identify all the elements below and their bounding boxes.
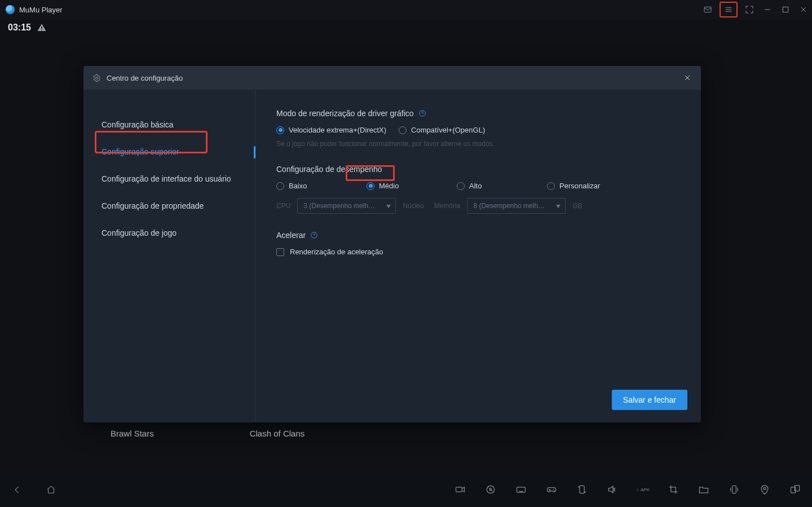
apk-install-button[interactable]: APK xyxy=(636,483,650,496)
svg-rect-9 xyxy=(456,487,462,492)
menu-button-highlighted[interactable] xyxy=(720,2,738,17)
svg-rect-0 xyxy=(704,7,711,12)
tile-label-brawl[interactable]: Brawl Stars xyxy=(111,429,154,438)
svg-point-18 xyxy=(764,487,766,490)
svg-point-13 xyxy=(553,489,554,490)
close-icon[interactable] xyxy=(798,5,809,15)
titlebar: MuMu Player xyxy=(0,0,812,19)
radio-opengl[interactable]: Compatível+(OpenGL) xyxy=(399,126,485,134)
memory-gb-label: GB xyxy=(572,202,582,210)
svg-rect-15 xyxy=(580,486,584,493)
checkbox-accel-render[interactable]: Renderização de aceleração xyxy=(276,248,681,256)
svg-rect-3 xyxy=(41,29,42,30)
svg-rect-2 xyxy=(41,27,42,29)
minimize-icon[interactable] xyxy=(762,5,773,15)
cpu-select-text: 3 (Desempenho melh… xyxy=(303,202,375,210)
radio-label: Velocidade extrema+(DirectX) xyxy=(289,126,386,134)
sidebar-item-label: Configuração de propriedade xyxy=(102,201,204,210)
sidebar-item-label: Configuração de jogo xyxy=(102,228,176,237)
home-icon[interactable] xyxy=(44,483,58,496)
svg-point-14 xyxy=(554,490,555,491)
gear-icon xyxy=(92,74,101,82)
app-logo-icon xyxy=(6,5,15,14)
sidebar-item-game[interactable]: Configuração de jogo xyxy=(83,219,255,246)
multi-instance-icon[interactable] xyxy=(788,483,802,496)
dialog-close-button[interactable] xyxy=(683,73,692,82)
svg-point-8 xyxy=(314,236,315,237)
app-title: MuMu Player xyxy=(19,6,63,14)
maximize-icon[interactable] xyxy=(780,5,791,15)
shake-icon[interactable] xyxy=(727,483,741,496)
location-icon[interactable] xyxy=(758,483,771,496)
volume-icon[interactable] xyxy=(606,483,619,496)
sidebar-item-property[interactable]: Configuração de propriedade xyxy=(83,192,255,219)
render-section-title: Modo de renderização de driver gráfico xyxy=(276,109,414,118)
clock-time: 03:15 xyxy=(8,23,31,33)
radio-low[interactable]: Baixo xyxy=(276,182,316,190)
keyboard-icon[interactable] xyxy=(514,483,528,496)
help-icon[interactable] xyxy=(310,231,318,239)
mail-icon[interactable] xyxy=(703,5,713,15)
dialog-main-panel: Modo de renderização de driver gráfico V… xyxy=(256,90,701,422)
svg-rect-1 xyxy=(783,7,788,12)
tile-label-clash[interactable]: Clash of Clans xyxy=(250,429,305,438)
dialog-header: Centro de configuração xyxy=(83,66,701,90)
render-hint: Se o jogo não puder funcionar normalment… xyxy=(276,140,681,148)
warning-icon[interactable] xyxy=(37,23,47,33)
hamburger-icon xyxy=(723,5,734,15)
sidebar-item-label: Configuração superior xyxy=(102,147,179,156)
checkbox-label: Renderização de aceleração xyxy=(290,248,383,256)
section-render-mode: Modo de renderização de driver gráfico V… xyxy=(276,109,681,148)
cpu-select[interactable]: 3 (Desempenho melh… xyxy=(297,198,396,214)
performance-section-title: Configuração de desempenho xyxy=(276,165,382,174)
section-accelerate: Acelerar Renderização de aceleração xyxy=(276,231,681,256)
help-icon[interactable] xyxy=(418,109,426,117)
memory-select-text: 8 (Desempenho melh… xyxy=(473,202,545,210)
radio-label: Personalizar xyxy=(559,182,600,190)
radio-label: Compatível+(OpenGL) xyxy=(411,126,485,134)
sidebar-item-label: Configuração básica xyxy=(102,120,174,129)
screenshot-icon[interactable] xyxy=(667,483,680,496)
radio-label: Baixo xyxy=(289,182,307,190)
svg-point-6 xyxy=(422,114,422,115)
operation-record-icon[interactable] xyxy=(484,483,497,496)
rotate-icon[interactable] xyxy=(575,483,589,496)
radio-directx[interactable]: Velocidade extrema+(DirectX) xyxy=(276,126,386,134)
back-icon[interactable] xyxy=(10,483,24,496)
radio-high[interactable]: Alto xyxy=(457,182,496,190)
svg-rect-16 xyxy=(671,487,676,492)
radio-custom[interactable]: Personalizar xyxy=(547,182,600,190)
checkbox-box xyxy=(276,248,284,256)
accelerate-section-title: Acelerar xyxy=(276,231,306,240)
memory-select[interactable]: 8 (Desempenho melh… xyxy=(467,198,566,214)
radio-medium[interactable]: Médio xyxy=(367,182,406,190)
settings-dialog: Centro de configuração Configuração bási… xyxy=(83,66,701,422)
expand-icon[interactable] xyxy=(744,5,754,15)
folder-icon[interactable] xyxy=(697,483,710,496)
gamepad-icon[interactable] xyxy=(545,483,558,496)
sidebar-item-label: Configuração de interface do usuário xyxy=(102,174,231,183)
sidebar-item-advanced[interactable]: Configuração superior xyxy=(83,138,255,165)
cpu-core-label: Núcleo xyxy=(403,202,423,210)
bottom-toolbar: APK xyxy=(0,472,812,507)
svg-rect-17 xyxy=(732,486,736,493)
record-icon[interactable] xyxy=(453,483,467,496)
dialog-sidebar: Configuração básica Configuração superio… xyxy=(83,90,256,422)
sidebar-item-ui[interactable]: Configuração de interface do usuário xyxy=(83,165,255,192)
radio-label: Alto xyxy=(469,182,482,190)
section-performance: Configuração de desempenho Baixo Médio A… xyxy=(276,165,681,214)
sidebar-item-basic[interactable]: Configuração básica xyxy=(83,111,255,138)
radio-label: Médio xyxy=(379,182,399,190)
dialog-title: Centro de configuração xyxy=(107,74,183,82)
save-button[interactable]: Salvar e fechar xyxy=(612,390,687,410)
status-bar: 03:15 xyxy=(8,23,47,33)
svg-point-4 xyxy=(96,77,98,79)
cpu-label: CPU xyxy=(276,202,290,210)
apk-label: APK xyxy=(641,487,650,492)
memory-label: Memória xyxy=(434,202,461,210)
desktop-tile-labels: Brawl Stars Clash of Clans xyxy=(0,429,304,438)
